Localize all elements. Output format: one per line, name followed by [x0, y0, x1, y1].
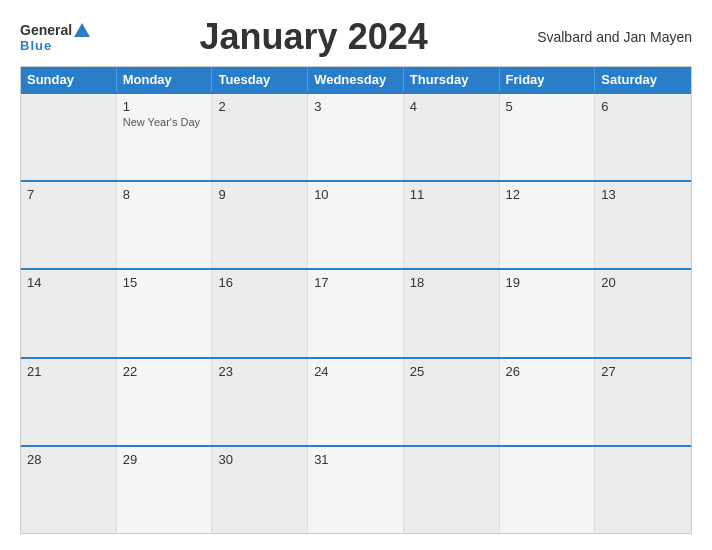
cal-cell: 20 — [595, 270, 691, 356]
day-number: 25 — [410, 364, 493, 379]
day-number: 1 — [123, 99, 206, 114]
day-number: 16 — [218, 275, 301, 290]
cal-cell: 9 — [212, 182, 308, 268]
cal-cell: 11 — [404, 182, 500, 268]
cal-cell: 13 — [595, 182, 691, 268]
cal-cell: 26 — [500, 359, 596, 445]
cal-cell — [500, 447, 596, 533]
day-number: 18 — [410, 275, 493, 290]
region-label: Svalbard and Jan Mayen — [537, 29, 692, 45]
day-number: 30 — [218, 452, 301, 467]
day-number: 23 — [218, 364, 301, 379]
day-number: 14 — [27, 275, 110, 290]
cal-cell — [595, 447, 691, 533]
day-number: 6 — [601, 99, 685, 114]
cal-cell: 5 — [500, 94, 596, 180]
week-row-2: 78910111213 — [21, 180, 691, 268]
cal-cell: 7 — [21, 182, 117, 268]
day-number: 7 — [27, 187, 110, 202]
cal-cell: 22 — [117, 359, 213, 445]
cal-cell — [404, 447, 500, 533]
cal-cell: 17 — [308, 270, 404, 356]
cal-cell: 30 — [212, 447, 308, 533]
logo-general-text: General — [20, 22, 72, 38]
page-header: General Blue January 2024 Svalbard and J… — [20, 16, 692, 58]
cal-cell: 24 — [308, 359, 404, 445]
cal-cell: 18 — [404, 270, 500, 356]
day-number: 2 — [218, 99, 301, 114]
logo-triangle-icon — [74, 23, 90, 37]
cal-cell: 21 — [21, 359, 117, 445]
day-number: 21 — [27, 364, 110, 379]
logo-blue-text: Blue — [20, 38, 52, 53]
week-row-1: 1New Year's Day23456 — [21, 92, 691, 180]
day-number: 31 — [314, 452, 397, 467]
calendar-header-row: SundayMondayTuesdayWednesdayThursdayFrid… — [21, 67, 691, 92]
day-number: 11 — [410, 187, 493, 202]
day-number: 24 — [314, 364, 397, 379]
day-number: 9 — [218, 187, 301, 202]
month-title: January 2024 — [90, 16, 537, 58]
header-cell-thursday: Thursday — [404, 67, 500, 92]
cal-cell: 19 — [500, 270, 596, 356]
week-row-3: 14151617181920 — [21, 268, 691, 356]
cal-cell: 3 — [308, 94, 404, 180]
cal-cell: 29 — [117, 447, 213, 533]
day-number: 4 — [410, 99, 493, 114]
cal-cell: 31 — [308, 447, 404, 533]
cal-cell: 4 — [404, 94, 500, 180]
cal-cell: 14 — [21, 270, 117, 356]
week-row-4: 21222324252627 — [21, 357, 691, 445]
day-number: 13 — [601, 187, 685, 202]
day-number: 15 — [123, 275, 206, 290]
cal-cell: 25 — [404, 359, 500, 445]
header-cell-monday: Monday — [117, 67, 213, 92]
week-row-5: 28293031 — [21, 445, 691, 533]
cal-cell: 12 — [500, 182, 596, 268]
day-number: 27 — [601, 364, 685, 379]
cal-cell: 1New Year's Day — [117, 94, 213, 180]
cal-cell: 10 — [308, 182, 404, 268]
day-number: 29 — [123, 452, 206, 467]
day-number: 26 — [506, 364, 589, 379]
event-label: New Year's Day — [123, 116, 206, 128]
day-number: 17 — [314, 275, 397, 290]
cal-cell: 2 — [212, 94, 308, 180]
day-number: 19 — [506, 275, 589, 290]
cal-cell: 15 — [117, 270, 213, 356]
day-number: 5 — [506, 99, 589, 114]
day-number: 3 — [314, 99, 397, 114]
day-number: 28 — [27, 452, 110, 467]
cal-cell: 6 — [595, 94, 691, 180]
logo: General Blue — [20, 22, 90, 53]
day-number: 22 — [123, 364, 206, 379]
header-cell-saturday: Saturday — [595, 67, 691, 92]
cal-cell: 16 — [212, 270, 308, 356]
day-number: 20 — [601, 275, 685, 290]
calendar-grid: SundayMondayTuesdayWednesdayThursdayFrid… — [20, 66, 692, 534]
cal-cell: 8 — [117, 182, 213, 268]
day-number: 10 — [314, 187, 397, 202]
header-cell-wednesday: Wednesday — [308, 67, 404, 92]
cal-cell — [21, 94, 117, 180]
day-number: 8 — [123, 187, 206, 202]
cal-cell: 27 — [595, 359, 691, 445]
calendar-page: General Blue January 2024 Svalbard and J… — [0, 0, 712, 550]
header-cell-tuesday: Tuesday — [212, 67, 308, 92]
header-cell-friday: Friday — [500, 67, 596, 92]
cal-cell: 23 — [212, 359, 308, 445]
cal-cell: 28 — [21, 447, 117, 533]
header-cell-sunday: Sunday — [21, 67, 117, 92]
day-number: 12 — [506, 187, 589, 202]
